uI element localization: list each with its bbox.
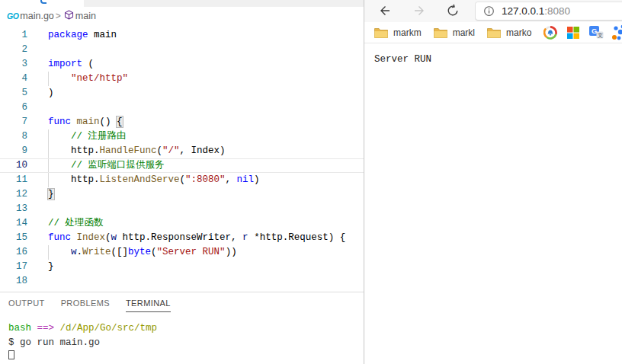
code-text: // 处理函数	[27, 216, 104, 231]
terminal-line: bash ==> /d/App/Go/src/tmp	[8, 321, 364, 336]
code-line[interactable]: 13	[0, 202, 364, 216]
line-number: 16	[0, 245, 27, 260]
line-number: 6	[0, 101, 27, 115]
line-number: 10	[0, 159, 27, 172]
refresh-button[interactable]	[446, 4, 460, 18]
microsoft-logo-icon[interactable]	[567, 27, 579, 39]
code-line[interactable]: 14// 处理函数	[0, 216, 364, 231]
page-info-icon[interactable]	[483, 5, 495, 17]
vscode-window: GO main.go > main 1package main23import …	[0, 0, 364, 364]
translate-icon[interactable]: G 文	[589, 26, 604, 39]
line-number: 4	[0, 72, 27, 86]
code-line[interactable]: 5)	[0, 86, 364, 101]
browser-toolbar: 127.0.0.1:8080	[364, 0, 622, 22]
bottom-panel: OUTPUTPROBLEMSTERMINAL bash ==> /d/App/G…	[0, 292, 364, 364]
code-text	[27, 274, 48, 289]
line-number: 18	[0, 274, 27, 289]
code-line[interactable]: 4 "net/http"	[0, 72, 364, 86]
line-number: 14	[0, 216, 27, 231]
code-line[interactable]: 12}	[0, 187, 364, 202]
tab-bar-strip	[0, 0, 364, 7]
code-text: }	[27, 260, 54, 274]
svg-text:G: G	[592, 27, 597, 35]
panel-tab-problems[interactable]: PROBLEMS	[61, 299, 110, 312]
folder-icon	[487, 27, 501, 38]
code-line[interactable]: 15func Index(w http.ResponseWriter, r *h…	[0, 231, 364, 245]
code-text: import (	[27, 57, 94, 72]
line-number: 7	[0, 115, 27, 129]
forward-button[interactable]	[413, 4, 427, 18]
code-text: // 注册路由	[27, 129, 127, 144]
folder-icon	[434, 27, 447, 38]
address-bar[interactable]: 127.0.0.1:8080	[476, 2, 622, 20]
breadcrumb-file[interactable]: main.go	[20, 11, 53, 21]
bookmark-label: markm	[393, 27, 422, 38]
page-content: Server RUN	[364, 43, 622, 65]
svg-text:文: 文	[598, 32, 603, 39]
code-line[interactable]: 2	[0, 43, 364, 57]
code-line[interactable]: 18	[0, 274, 364, 289]
code-line[interactable]: 10 // 监听端口提供服务	[0, 158, 364, 173]
breadcrumb-symbol[interactable]: main	[75, 11, 96, 21]
line-number: 8	[0, 129, 27, 144]
url-text: 127.0.0.1:8080	[502, 5, 570, 17]
line-number: 1	[0, 28, 27, 43]
tab-file-icon	[40, 0, 46, 4]
clipped-logo-icon[interactable]	[611, 22, 622, 43]
code-text: func Index(w http.ResponseWriter, r *htt…	[27, 231, 345, 245]
terminal-cursor	[8, 350, 14, 359]
code-editor[interactable]: 1package main23import (4 "net/http"5)67f…	[0, 24, 364, 292]
terminal-line: $ go run main.go	[8, 336, 364, 350]
code-text: // 监听端口提供服务	[27, 159, 165, 172]
code-line[interactable]: 8 // 注册路由	[0, 129, 364, 144]
line-number: 12	[0, 187, 27, 202]
code-line[interactable]: 11 http.ListenAndServe(":8080", nil)	[0, 173, 364, 187]
bookmark-folder-markm[interactable]: markm	[374, 27, 422, 38]
line-number: 11	[0, 173, 27, 187]
browser-window: 127.0.0.1:8080 markmmarklmarko	[364, 0, 622, 364]
code-text: }	[27, 187, 54, 202]
browser-logo-icon[interactable]	[543, 26, 557, 40]
code-line[interactable]: 17}	[0, 260, 364, 274]
code-text: http.HandleFunc("/", Index)	[27, 144, 226, 158]
symbol-package-icon	[64, 10, 74, 22]
panel-tab-bar: OUTPUTPROBLEMSTERMINAL	[0, 292, 364, 312]
active-tab-remnant[interactable]	[0, 0, 84, 7]
line-number: 2	[0, 43, 27, 57]
code-line[interactable]: 16 w.Write([]byte("Server RUN"))	[0, 245, 364, 260]
bookmark-folder-marko[interactable]: marko	[487, 27, 531, 38]
bookmark-label: markl	[453, 27, 475, 38]
code-text	[27, 101, 48, 115]
go-logo-icon: GO	[7, 11, 18, 21]
bookmark-label: marko	[506, 27, 531, 38]
code-line[interactable]: 1package main	[0, 28, 364, 43]
line-number: 17	[0, 260, 27, 274]
line-number: 5	[0, 86, 27, 101]
folder-icon	[374, 27, 388, 38]
panel-tab-terminal[interactable]: TERMINAL	[126, 299, 171, 312]
code-text	[27, 43, 48, 57]
line-number: 9	[0, 144, 27, 158]
code-text: )	[27, 86, 54, 101]
line-number: 13	[0, 202, 27, 216]
page-body-text: Server RUN	[374, 54, 431, 65]
bookmark-folder-markl[interactable]: markl	[434, 27, 475, 38]
breadcrumb: GO main.go > main	[0, 7, 364, 24]
code-line[interactable]: 3import (	[0, 57, 364, 72]
code-line[interactable]: 6	[0, 101, 364, 115]
code-text: func main() {	[27, 115, 123, 129]
code-text: w.Write([]byte("Server RUN"))	[27, 245, 237, 260]
chevron-right-icon: >	[56, 11, 61, 21]
code-line[interactable]: 7func main() {	[0, 115, 364, 129]
code-text: package main	[27, 28, 117, 43]
line-number: 15	[0, 231, 27, 245]
terminal-output[interactable]: bash ==> /d/App/Go/src/tmp$ go run main.…	[0, 321, 364, 350]
code-line[interactable]: 9 http.HandleFunc("/", Index)	[0, 144, 364, 158]
bookmarks-bar: markmmarklmarko G	[364, 22, 622, 43]
line-number: 3	[0, 57, 27, 72]
back-button[interactable]	[377, 4, 391, 18]
code-text	[27, 202, 48, 216]
code-text: http.ListenAndServe(":8080", nil)	[27, 173, 260, 187]
code-text: "net/http"	[27, 72, 128, 86]
panel-tab-output[interactable]: OUTPUT	[8, 299, 45, 312]
